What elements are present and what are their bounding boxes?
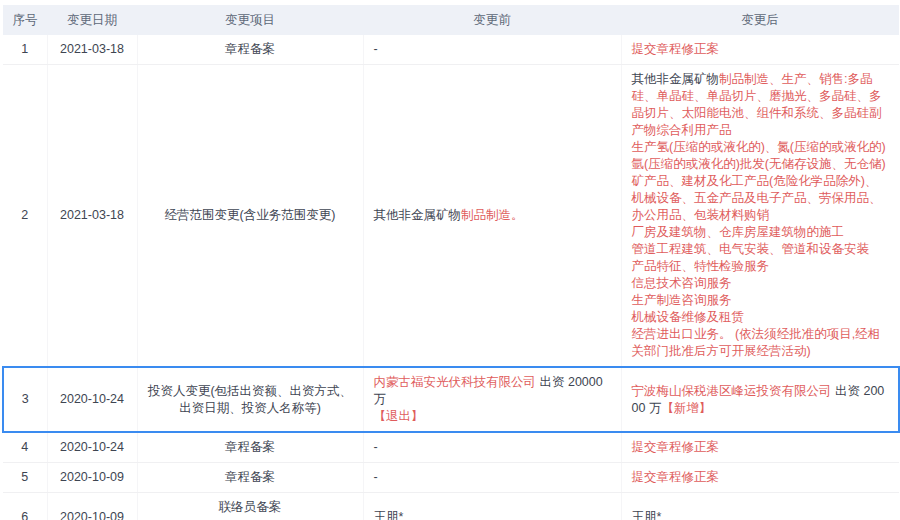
- cell-no: 3: [3, 367, 47, 432]
- cell-text: 王朋*: [632, 510, 662, 520]
- changed-text: 提交章程修正案: [632, 470, 720, 484]
- cell-no: 4: [3, 432, 47, 463]
- cell-change-date: 2020-10-09: [47, 463, 137, 493]
- changed-text: 制品制造。: [461, 208, 524, 222]
- change-item-label: 投资人变更(包括出资额、出资方式、出资日期、投资人名称等): [148, 383, 353, 417]
- cell-change-item: 章程备案: [137, 463, 363, 493]
- change-item-label: 章程备案: [148, 41, 353, 58]
- table-header: 序号 变更日期 变更项目 变更前 变更后: [3, 5, 899, 35]
- table-row[interactable]: 12021-03-18章程备案-提交章程修正案: [3, 35, 899, 65]
- cell-before-change: -: [363, 432, 621, 463]
- cell-change-date: 2021-03-18: [47, 35, 137, 65]
- change-item-label: 联络员备案: [148, 499, 353, 516]
- cell-no: 1: [3, 35, 47, 65]
- table-row[interactable]: 62020-10-09联络员备案带有*标记的为法定代表人王朋*王朋*: [3, 493, 899, 520]
- cell-change-date: 2021-03-18: [47, 65, 137, 368]
- cell-no: 6: [3, 493, 47, 520]
- change-item-label: 章程备案: [148, 439, 353, 456]
- header-no: 序号: [3, 5, 47, 35]
- cell-no: 5: [3, 463, 47, 493]
- cell-before-change: 王朋*: [363, 493, 621, 520]
- cell-text: -: [374, 470, 378, 484]
- cell-text: -: [374, 440, 378, 454]
- change-records-page: 序号 变更日期 变更项目 变更前 变更后 12021-03-18章程备案-提交章…: [0, 0, 900, 520]
- cell-change-date: 2020-10-24: [47, 367, 137, 432]
- cell-text: -: [374, 42, 378, 56]
- cell-change-item: 投资人变更(包括出资额、出资方式、出资日期、投资人名称等): [137, 367, 363, 432]
- table-body: 12021-03-18章程备案-提交章程修正案22021-03-18经营范围变更…: [3, 35, 899, 520]
- table-row[interactable]: 52020-10-09章程备案-提交章程修正案: [3, 463, 899, 493]
- cell-text: 其他非金属矿物: [374, 208, 462, 222]
- cell-text: 其他非金属矿物: [632, 72, 720, 86]
- change-records-table: 序号 变更日期 变更项目 变更前 变更后 12021-03-18章程备案-提交章…: [2, 5, 900, 520]
- cell-after-change: 提交章程修正案: [621, 35, 899, 65]
- table-row[interactable]: 22021-03-18经营范围变更(含业务范围变更)其他非金属矿物制品制造。其他…: [3, 65, 899, 368]
- change-item-label: 章程备案: [148, 469, 353, 486]
- table-row[interactable]: 42020-10-24章程备案-提交章程修正案: [3, 432, 899, 463]
- header-before-change: 变更前: [363, 5, 621, 35]
- table-row-selected[interactable]: 32020-10-24投资人变更(包括出资额、出资方式、出资日期、投资人名称等)…: [3, 367, 899, 432]
- cell-before-change: 内蒙古福安光伏科技有限公司 出资 20000 万 【退出】: [363, 367, 621, 432]
- change-item-label: 经营范围变更(含业务范围变更): [148, 207, 353, 224]
- header-change-date: 变更日期: [47, 5, 137, 35]
- header-change-item: 变更项目: [137, 5, 363, 35]
- cell-change-item: 章程备案: [137, 35, 363, 65]
- cell-before-change: 其他非金属矿物制品制造。: [363, 65, 621, 368]
- changed-text: 内蒙古福安光伏科技有限公司: [374, 375, 537, 389]
- cell-after-change: 其他非金属矿物制品制造、生产、销售:多晶硅、单晶硅、单晶切片、磨抛光、多晶硅、多…: [621, 65, 899, 368]
- cell-change-date: 2020-10-24: [47, 432, 137, 463]
- cell-change-date: 2020-10-09: [47, 493, 137, 520]
- cell-text: 王朋*: [374, 510, 404, 520]
- cell-no: 2: [3, 65, 47, 368]
- cell-after-change: 提交章程修正案: [621, 463, 899, 493]
- cell-before-change: -: [363, 463, 621, 493]
- cell-after-change: 提交章程修正案: [621, 432, 899, 463]
- changed-text: 【新增】: [661, 401, 711, 415]
- changed-text: 提交章程修正案: [632, 42, 720, 56]
- cell-change-item: 联络员备案带有*标记的为法定代表人: [137, 493, 363, 520]
- cell-after-change: 王朋*: [621, 493, 899, 520]
- cell-after-change: 宁波梅山保税港区峰运投资有限公司 出资 20000 万【新增】: [621, 367, 899, 432]
- header-after-change: 变更后: [621, 5, 899, 35]
- changed-text: 宁波梅山保税港区峰运投资有限公司: [632, 384, 832, 398]
- cell-change-item: 经营范围变更(含业务范围变更): [137, 65, 363, 368]
- cell-before-change: -: [363, 35, 621, 65]
- cell-change-item: 章程备案: [137, 432, 363, 463]
- changed-text: 制品制造、生产、销售:多晶硅、单晶硅、单晶切片、磨抛光、多晶硅、多晶切片、太阳能…: [632, 72, 886, 358]
- changed-text: 提交章程修正案: [632, 440, 720, 454]
- changed-text: 【退出】: [374, 409, 424, 423]
